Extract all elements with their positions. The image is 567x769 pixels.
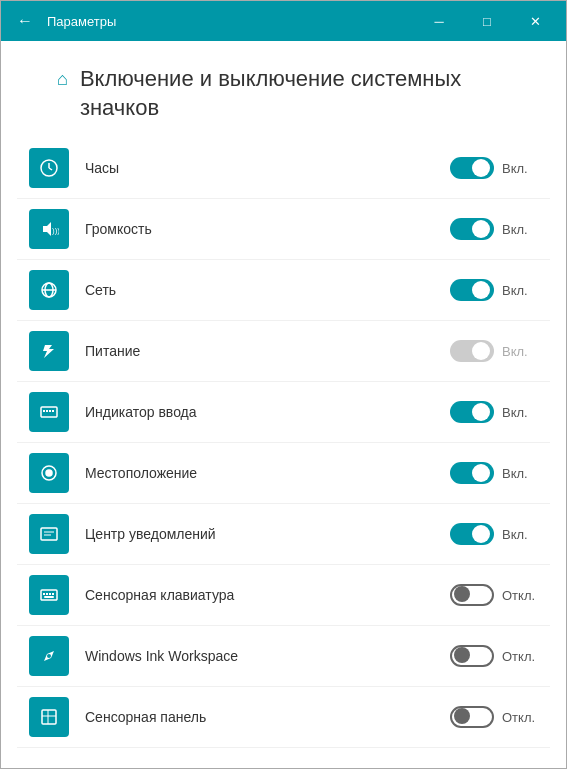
windows-ink-toggle-area: Откл. (450, 645, 538, 667)
network-icon (29, 270, 69, 310)
volume-state-label: Вкл. (502, 222, 538, 237)
page-header: ⌂ Включение и выключение системных значк… (1, 41, 566, 138)
settings-item-clock: ЧасыВкл. (17, 138, 550, 199)
svg-rect-11 (49, 410, 51, 412)
svg-rect-10 (46, 410, 48, 412)
volume-toggle[interactable] (450, 218, 494, 240)
settings-item-volume: ))) ГромкостьВкл. (17, 199, 550, 260)
settings-window: ← Параметры ─ □ ✕ ⌂ Включение и выключен… (0, 0, 567, 769)
settings-item-touch-keyboard: Сенсорная клавиатураОткл. (17, 565, 550, 626)
svg-line-2 (49, 168, 52, 170)
svg-text:))): ))) (52, 226, 59, 235)
touch-keyboard-toggle[interactable] (450, 584, 494, 606)
touch-keyboard-toggle-knob (454, 586, 470, 602)
content-area: ⌂ Включение и выключение системных значк… (1, 41, 566, 768)
svg-rect-15 (41, 528, 57, 540)
window-title: Параметры (47, 14, 416, 29)
windows-ink-icon (29, 636, 69, 676)
notifications-label: Центр уведомлений (85, 526, 450, 542)
minimize-button[interactable]: ─ (416, 1, 462, 41)
svg-rect-19 (43, 593, 45, 595)
touch-panel-state-label: Откл. (502, 710, 538, 725)
location-toggle-area: Вкл. (450, 462, 538, 484)
touch-keyboard-label: Сенсорная клавиатура (85, 587, 450, 603)
page-title: Включение и выключение системных значков (80, 65, 510, 122)
back-button[interactable]: ← (9, 5, 41, 37)
clock-toggle[interactable] (450, 157, 494, 179)
input-toggle[interactable] (450, 401, 494, 423)
clock-toggle-knob (472, 159, 490, 177)
power-toggle-knob (472, 342, 490, 360)
notifications-icon (29, 514, 69, 554)
volume-icon: ))) (29, 209, 69, 249)
svg-rect-25 (42, 710, 56, 724)
network-toggle-knob (472, 281, 490, 299)
touch-panel-icon (29, 697, 69, 737)
svg-point-14 (46, 470, 52, 476)
power-state-label: Вкл. (502, 344, 538, 359)
windows-ink-state-label: Откл. (502, 649, 538, 664)
svg-rect-12 (52, 410, 54, 412)
settings-item-windows-ink: Windows Ink WorkspaceОткл. (17, 626, 550, 687)
input-label: Индикатор ввода (85, 404, 450, 420)
settings-item-notifications: Центр уведомленийВкл. (17, 504, 550, 565)
titlebar: ← Параметры ─ □ ✕ (1, 1, 566, 41)
touch-keyboard-icon (29, 575, 69, 615)
settings-item-network: СетьВкл. (17, 260, 550, 321)
windows-ink-toggle[interactable] (450, 645, 494, 667)
notifications-toggle[interactable] (450, 523, 494, 545)
volume-label: Громкость (85, 221, 450, 237)
network-label: Сеть (85, 282, 450, 298)
back-icon: ← (17, 12, 33, 30)
notifications-state-label: Вкл. (502, 527, 538, 542)
power-toggle-area: Вкл. (450, 340, 538, 362)
settings-item-location: МестоположениеВкл. (17, 443, 550, 504)
clock-label: Часы (85, 160, 450, 176)
home-icon[interactable]: ⌂ (57, 69, 68, 90)
touch-keyboard-toggle-area: Откл. (450, 584, 538, 606)
power-toggle[interactable] (450, 340, 494, 362)
svg-rect-23 (44, 596, 54, 598)
network-toggle[interactable] (450, 279, 494, 301)
input-icon (29, 392, 69, 432)
location-label: Местоположение (85, 465, 450, 481)
input-toggle-knob (472, 403, 490, 421)
svg-rect-20 (46, 593, 48, 595)
notifications-toggle-knob (472, 525, 490, 543)
svg-rect-22 (52, 593, 54, 595)
notifications-toggle-area: Вкл. (450, 523, 538, 545)
close-icon: ✕ (530, 14, 541, 29)
svg-marker-3 (43, 222, 51, 236)
maximize-button[interactable]: □ (464, 1, 510, 41)
power-icon (29, 331, 69, 371)
location-toggle[interactable] (450, 462, 494, 484)
minimize-icon: ─ (434, 14, 443, 29)
clock-state-label: Вкл. (502, 161, 538, 176)
network-toggle-area: Вкл. (450, 279, 538, 301)
location-toggle-knob (472, 464, 490, 482)
touch-panel-label: Сенсорная панель (85, 709, 450, 725)
windows-ink-toggle-knob (454, 647, 470, 663)
settings-item-input: Индикатор вводаВкл. (17, 382, 550, 443)
touch-panel-toggle-area: Откл. (450, 706, 538, 728)
windows-ink-label: Windows Ink Workspace (85, 648, 450, 664)
settings-item-touch-panel: Сенсорная панельОткл. (17, 687, 550, 748)
network-state-label: Вкл. (502, 283, 538, 298)
location-icon (29, 453, 69, 493)
volume-toggle-area: Вкл. (450, 218, 538, 240)
power-label: Питание (85, 343, 450, 359)
close-button[interactable]: ✕ (512, 1, 558, 41)
volume-toggle-knob (472, 220, 490, 238)
settings-item-power: ПитаниеВкл. (17, 321, 550, 382)
touch-panel-toggle-knob (454, 708, 470, 724)
touch-keyboard-state-label: Откл. (502, 588, 538, 603)
location-state-label: Вкл. (502, 466, 538, 481)
clock-icon (29, 148, 69, 188)
input-toggle-area: Вкл. (450, 401, 538, 423)
window-controls: ─ □ ✕ (416, 1, 558, 41)
touch-panel-toggle[interactable] (450, 706, 494, 728)
clock-toggle-area: Вкл. (450, 157, 538, 179)
maximize-icon: □ (483, 14, 491, 29)
svg-rect-21 (49, 593, 51, 595)
svg-point-24 (47, 654, 51, 658)
